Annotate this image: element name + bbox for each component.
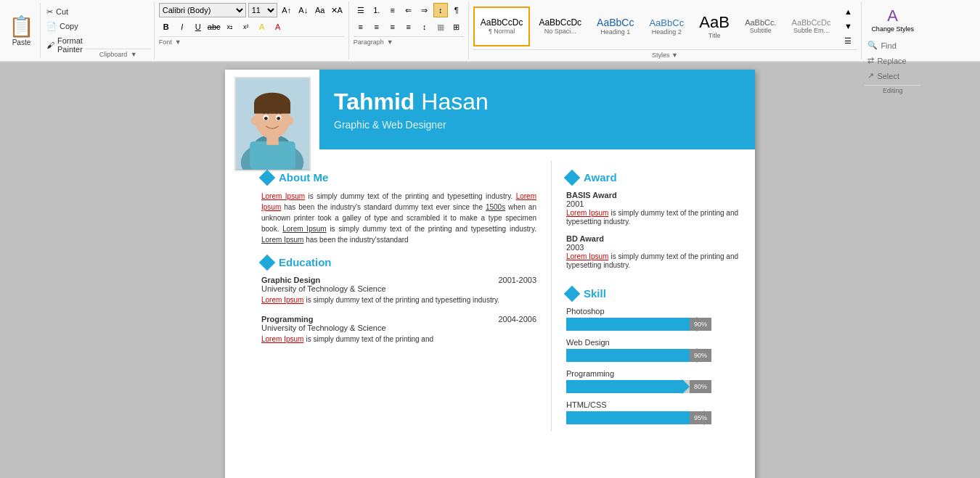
clear-format-button[interactable]: ✕A: [330, 3, 344, 17]
skill-section-header: Skill: [566, 287, 740, 300]
format-painter-button[interactable]: 🖌 Format Painter: [46, 36, 83, 54]
copy-button[interactable]: 📄 Copy: [46, 22, 83, 31]
increase-indent-button[interactable]: ⇒: [417, 3, 432, 17]
last-name: Hasan: [421, 88, 489, 115]
replace-button[interactable]: ⇄ Replace: [865, 54, 920, 67]
about-section-header: About Me: [261, 171, 536, 184]
font-grow-button[interactable]: A↑: [279, 3, 294, 17]
award-item-1: BASIS Award 2001 Lorem Ipsum is simply d…: [566, 191, 740, 226]
borders-button[interactable]: ⊞: [449, 20, 464, 34]
subscript-button[interactable]: x₂: [223, 20, 237, 34]
change-styles-icon: A: [887, 7, 898, 25]
profile-photo-svg: [236, 77, 309, 171]
style-title[interactable]: AaB Title: [693, 7, 736, 46]
font-label: Font: [159, 38, 172, 46]
decrease-indent-button[interactable]: ⇐: [401, 3, 416, 17]
paste-button[interactable]: 📋 Paste: [3, 3, 41, 58]
resume-left-column: About Me Lorem Ipsum is simply dummy tex…: [225, 160, 552, 432]
font-row1: Calibri (Body) 11 A↑ A↓ Aa ✕A: [159, 3, 344, 17]
italic-button[interactable]: I: [175, 20, 189, 34]
copy-icon: 📄: [46, 22, 57, 31]
style-heading2[interactable]: AaBbCc Heading 2: [642, 7, 690, 46]
change-styles-label: Change Styles: [871, 25, 914, 33]
education-section-title: Education: [279, 256, 332, 268]
styles-scroll-down-button[interactable]: ▼: [841, 19, 855, 33]
scissors-icon: ✂: [46, 7, 53, 17]
svg-point-11: [277, 117, 280, 120]
line-spacing-button[interactable]: ↕: [417, 20, 432, 34]
style-heading1[interactable]: AaBbCc Heading 1: [590, 7, 640, 46]
skill-section-title: Skill: [584, 287, 606, 300]
svg-point-10: [264, 117, 267, 120]
award-item-2: BD Award 2003 Lorem Ipsum is simply dumm…: [566, 234, 740, 269]
resume-header-photo: [225, 70, 319, 149]
skill-bar-webdesign: 90%: [566, 349, 711, 362]
svg-point-12: [251, 115, 258, 125]
award-diamond-icon: [564, 169, 581, 186]
skill-bar-photoshop: 90%: [566, 318, 711, 331]
bold-button[interactable]: B: [159, 20, 173, 34]
find-replace-area: 🔍 Find ⇄ Replace ↗ Select: [865, 39, 920, 82]
font-size-select[interactable]: 11: [248, 3, 277, 17]
award-section-title: Award: [584, 171, 617, 184]
change-styles-button[interactable]: A Change Styles: [865, 3, 920, 36]
clipboard-right: ✂ Cut 📄 Copy 🖌 Format Painter: [44, 3, 86, 58]
strikethrough-button[interactable]: abc: [207, 20, 221, 34]
font-shrink-button[interactable]: A↓: [296, 3, 311, 17]
font-color-button[interactable]: A: [271, 20, 285, 34]
align-right-button[interactable]: ≡: [385, 20, 400, 34]
align-left-button[interactable]: ≡: [354, 20, 368, 34]
styles-label: Styles: [652, 51, 670, 59]
paste-icon: 📋: [9, 15, 34, 38]
svg-rect-7: [254, 103, 290, 113]
styles-scroll-up-button[interactable]: ▲: [841, 4, 855, 19]
toolbar: 📋 Paste ✂ Cut 📄 Copy 🖌 Format Painter C: [0, 0, 980, 62]
style-subtitle[interactable]: AaBbCc. Subtitle: [738, 7, 783, 46]
styles-section: AaBbCcDc ¶ Normal AaBbCcDc No Spaci... A…: [469, 1, 862, 59]
skill-bar-htmlcss: 95%: [566, 411, 711, 424]
select-button[interactable]: ↗ Select: [865, 70, 920, 82]
multilevel-list-button[interactable]: ≡: [385, 3, 400, 17]
header-job-title: Graphic & Web Designer: [334, 119, 740, 131]
profile-photo: [234, 77, 311, 171]
select-icon: ↗: [867, 71, 874, 81]
ribbon: 📋 Paste ✂ Cut 📄 Copy 🖌 Format Painter C: [0, 0, 980, 62]
sort-button[interactable]: ↕: [433, 3, 448, 17]
numbering-button[interactable]: 1.: [369, 3, 384, 17]
skill-htmlcss: HTML/CSS 95%: [566, 400, 740, 424]
underline-button[interactable]: U: [191, 20, 205, 34]
skill-diamond-programming: [675, 379, 690, 394]
font-name-select[interactable]: Calibri (Body): [159, 3, 246, 17]
justify-button[interactable]: ≡: [401, 20, 416, 34]
clipboard-section: 📋 Paste ✂ Cut 📄 Copy 🖌 Format Painter C: [0, 1, 155, 59]
about-text: Lorem Ipsum is simply dummy text of the …: [261, 191, 536, 245]
styles-row: AaBbCcDc ¶ Normal AaBbCcDc No Spaci... A…: [473, 3, 857, 49]
paragraph-section: ☰ 1. ≡ ⇐ ⇒ ↕ ¶ ≡ ≡ ≡ ≡ ↕ ▦ ⊞ Paragraph ▼: [349, 1, 469, 59]
bullets-button[interactable]: ☰: [354, 3, 368, 17]
skill-webdesign: Web Design 90%: [566, 338, 740, 362]
document-area: Tahmid Hasan Graphic & Web Designer Abou…: [0, 62, 980, 478]
font-section: Calibri (Body) 11 A↑ A↓ Aa ✕A B I U abc …: [155, 1, 349, 59]
style-subtle-em[interactable]: AaBbCcDc Subtle Em...: [785, 7, 838, 46]
superscript-button[interactable]: x²: [239, 20, 253, 34]
education-item-1: Graphic Design 2001-2003 University of T…: [261, 276, 536, 304]
paragraph-label: Paragraph: [354, 38, 384, 46]
show-hide-button[interactable]: ¶: [449, 3, 464, 17]
style-no-spacing[interactable]: AaBbCcDc No Spaci...: [532, 7, 588, 46]
resume-page: Tahmid Hasan Graphic & Web Designer Abou…: [225, 70, 755, 478]
text-highlight-button[interactable]: A: [255, 20, 269, 34]
skill-bar-programming: 80%: [566, 380, 711, 393]
education-diamond-icon: [259, 254, 276, 271]
education-section-header: Education: [261, 256, 536, 268]
first-name: Tahmid: [334, 88, 415, 115]
header-name: Tahmid Hasan: [334, 88, 740, 115]
shading-button[interactable]: ▦: [433, 20, 448, 34]
style-normal[interactable]: AaBbCcDc ¶ Normal: [473, 7, 531, 46]
align-center-button[interactable]: ≡: [369, 20, 384, 34]
change-case-button[interactable]: Aa: [313, 3, 327, 17]
award-section-header: Award: [566, 171, 740, 184]
cut-button[interactable]: ✂ Cut: [46, 7, 83, 17]
styles-more-button[interactable]: ☰: [841, 33, 855, 48]
find-button[interactable]: 🔍 Find: [865, 39, 920, 51]
format-painter-icon: 🖌: [46, 41, 54, 49]
